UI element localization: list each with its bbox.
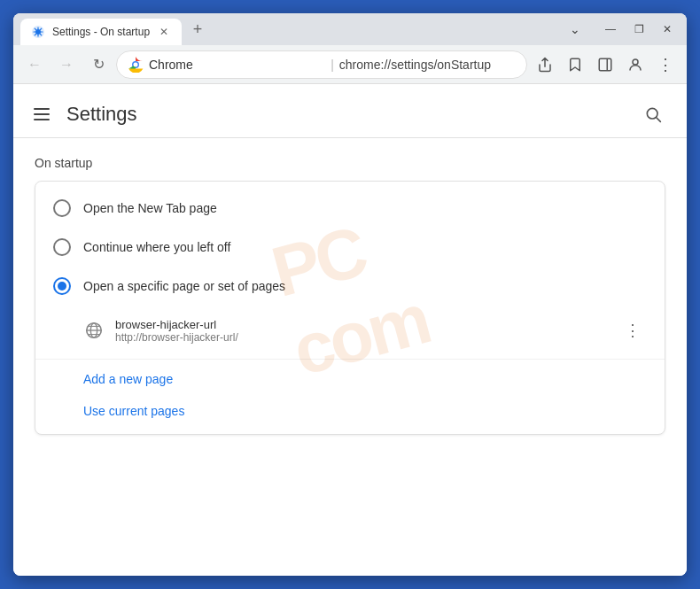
address-bar[interactable]: Chrome | chrome://settings/onStartup [116, 50, 527, 79]
option-specific-label: Open a specific page or set of pages [83, 279, 285, 293]
option-continue-label: Continue where you left off [83, 240, 230, 254]
close-button[interactable]: ✕ [655, 17, 680, 42]
tab-favicon [31, 25, 45, 39]
use-current-pages-button[interactable]: Use current pages [35, 395, 665, 427]
hamburger-line-2 [34, 113, 50, 115]
settings-header-left: Settings [27, 100, 137, 128]
toolbar-actions: ⋮ [531, 50, 680, 79]
svg-rect-4 [599, 58, 611, 71]
settings-body: PCcom On startup Open the New Tab page C… [13, 138, 687, 453]
chrome-logo-icon [128, 57, 144, 73]
section-label: On startup [35, 156, 665, 170]
browser-window: Settings - On startup ✕ + ⌄ — ❐ ✕ ← → ↻ [13, 13, 687, 576]
menu-button[interactable]: ⋮ [651, 50, 680, 79]
entry-text: browser-hijacker-url http://browser-hija… [115, 318, 608, 344]
search-settings-button[interactable] [637, 98, 669, 130]
title-bar: Settings - On startup ✕ + ⌄ — ❐ ✕ [13, 13, 687, 45]
address-url: chrome://settings/onStartup [339, 58, 516, 72]
hamburger-line-1 [34, 108, 50, 110]
minimize-button[interactable]: — [598, 17, 623, 42]
maximize-button[interactable]: ❐ [626, 17, 651, 42]
share-icon [537, 57, 553, 73]
back-button[interactable]: ← [20, 50, 49, 79]
svg-point-6 [633, 59, 638, 65]
startup-entries: browser-hijacker-url http://browser-hija… [35, 306, 665, 355]
bookmark-icon [567, 57, 583, 73]
add-new-page-button[interactable]: Add a new page [35, 363, 665, 395]
sidebar-icon [597, 57, 613, 73]
vertical-tabs-button[interactable]: ⌄ [563, 17, 587, 42]
profile-icon [627, 57, 643, 73]
bookmark-button[interactable] [561, 50, 589, 79]
page-title: Settings [66, 103, 137, 126]
reload-button[interactable]: ↻ [84, 50, 113, 79]
sidebar-button[interactable] [591, 50, 619, 79]
svg-line-8 [657, 118, 661, 122]
option-new-tab-label: Open the New Tab page [83, 201, 217, 215]
entry-url: http://browser-hijacker-url/ [115, 331, 608, 344]
forward-button[interactable]: → [52, 50, 81, 79]
tab-close-button[interactable]: ✕ [157, 25, 171, 39]
divider [35, 359, 665, 360]
share-button[interactable] [531, 50, 559, 79]
radio-new-tab [53, 199, 71, 217]
startup-entry-item: browser-hijacker-url http://browser-hija… [83, 309, 665, 352]
window-controls: — ❐ ✕ [591, 13, 687, 45]
option-specific[interactable]: Open a specific page or set of pages [35, 267, 665, 306]
settings-header: Settings [13, 84, 687, 138]
radio-specific [53, 277, 71, 295]
new-tab-button[interactable]: + [185, 17, 210, 42]
entry-globe-icon [83, 320, 105, 341]
toolbar: ← → ↻ Chrome | chrome://settings/onStart… [13, 45, 687, 84]
active-tab[interactable]: Settings - On startup ✕ [20, 19, 182, 45]
hamburger-line-3 [34, 119, 50, 120]
tab-title: Settings - On startup [52, 26, 150, 38]
tab-area: Settings - On startup ✕ + [13, 13, 559, 45]
search-icon [644, 105, 662, 123]
address-brand: Chrome [149, 58, 325, 72]
hamburger-menu-button[interactable] [27, 100, 56, 128]
settings-content: Settings PCcom On startup Open the New T… [13, 84, 687, 576]
address-separator: | [331, 58, 334, 72]
option-new-tab[interactable]: Open the New Tab page [35, 189, 665, 228]
entry-name: browser-hijacker-url [115, 318, 608, 331]
option-continue[interactable]: Continue where you left off [35, 228, 665, 267]
radio-continue [53, 238, 71, 256]
startup-options-card: Open the New Tab page Continue where you… [35, 181, 665, 435]
svg-point-3 [134, 62, 138, 66]
entry-menu-button[interactable]: ⋮ [618, 316, 647, 345]
profile-button[interactable] [621, 50, 649, 79]
